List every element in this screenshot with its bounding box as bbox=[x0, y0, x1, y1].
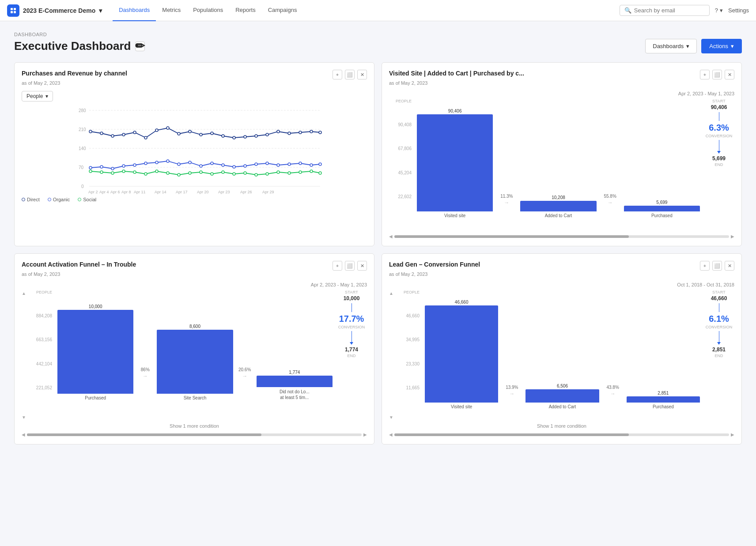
svg-point-78 bbox=[310, 170, 313, 173]
bar3-label: Purchased bbox=[651, 213, 673, 218]
svg-point-59 bbox=[100, 171, 103, 173]
edit-icon[interactable]: ✏ bbox=[135, 41, 145, 51]
card3-title: Account Activation Funnel – In Trouble bbox=[22, 261, 136, 268]
page-actions: Dashboards ▾ Actions ▾ bbox=[645, 39, 742, 53]
card3-add-icon[interactable]: + bbox=[333, 261, 342, 271]
nav-link-metrics[interactable]: Metrics bbox=[156, 0, 187, 21]
chart-legend: Direct Organic Social bbox=[22, 197, 367, 202]
nav-link-dashboards[interactable]: Dashboards bbox=[113, 0, 156, 21]
card2-add-icon[interactable]: + bbox=[700, 70, 710, 79]
card4-save-icon[interactable]: ⬜ bbox=[712, 261, 722, 271]
svg-point-52 bbox=[266, 162, 268, 165]
bar2-label: Added to Cart bbox=[545, 213, 572, 218]
card1-save-icon[interactable]: ⬜ bbox=[345, 70, 355, 79]
card-lead-gen: Lead Gen – Conversion Funnel + ⬜ ✕ as of… bbox=[382, 253, 742, 444]
svg-point-44 bbox=[178, 163, 180, 166]
svg-point-56 bbox=[310, 164, 313, 166]
svg-point-29 bbox=[255, 135, 257, 137]
svg-point-45 bbox=[189, 161, 191, 164]
brand-icon bbox=[7, 4, 19, 17]
card2-save-icon[interactable]: ⬜ bbox=[712, 70, 722, 79]
card2-delete-icon[interactable]: ✕ bbox=[725, 70, 734, 79]
svg-point-36 bbox=[89, 166, 92, 169]
settings-button[interactable]: Settings bbox=[728, 7, 749, 14]
topnav: 2023 E-Commerce Demo ▾ Dashboards Metric… bbox=[0, 0, 756, 21]
svg-text:140: 140 bbox=[79, 146, 86, 151]
svg-point-51 bbox=[255, 163, 257, 166]
card2-header: Visited Site | Added to Cart | Purchased… bbox=[389, 70, 734, 79]
card3-delete-icon[interactable]: ✕ bbox=[357, 261, 367, 271]
svg-point-41 bbox=[144, 162, 147, 165]
svg-point-33 bbox=[299, 131, 302, 134]
dashboards-button[interactable]: Dashboards ▾ bbox=[645, 39, 697, 53]
nav-link-populations[interactable]: Populations bbox=[187, 0, 229, 21]
legend-direct: Direct bbox=[22, 197, 40, 202]
card3-save-icon[interactable]: ⬜ bbox=[345, 261, 355, 271]
svg-point-34 bbox=[310, 130, 313, 133]
card4-title: Lead Gen – Conversion Funnel bbox=[389, 261, 480, 268]
card3-icons: + ⬜ ✕ bbox=[333, 261, 367, 271]
svg-point-53 bbox=[277, 164, 280, 166]
svg-point-22 bbox=[178, 132, 180, 135]
card4-date: as of May 2, 2023 bbox=[389, 271, 734, 277]
card1-delete-icon[interactable]: ✕ bbox=[357, 70, 367, 79]
nav-link-reports[interactable]: Reports bbox=[229, 0, 262, 21]
bar3-val: 5,699 bbox=[656, 200, 667, 205]
svg-rect-1 bbox=[14, 8, 16, 10]
card1-date: as of May 2, 2023 bbox=[22, 80, 367, 86]
search-box[interactable]: 🔍 bbox=[620, 5, 710, 16]
bar1 bbox=[417, 114, 493, 211]
nav-links: Dashboards Metrics Populations Reports C… bbox=[113, 0, 303, 21]
svg-text:Apr 6: Apr 6 bbox=[110, 190, 120, 194]
page-label: DASHBOARD bbox=[14, 32, 742, 37]
svg-point-21 bbox=[166, 127, 169, 129]
card3-date-range: Apr 2, 2023 - May 1, 2023 bbox=[22, 282, 367, 287]
legend-dot-organic bbox=[48, 198, 51, 201]
card-account-activation: Account Activation Funnel – In Trouble +… bbox=[14, 253, 374, 444]
card3-scrollbar: ◀ ▶ bbox=[22, 432, 367, 437]
card4-add-icon[interactable]: + bbox=[700, 261, 710, 271]
svg-point-58 bbox=[89, 170, 92, 173]
legend-dot-direct bbox=[22, 198, 25, 201]
nav-link-campaigns[interactable]: Campaigns bbox=[262, 0, 303, 21]
svg-point-70 bbox=[222, 171, 224, 173]
line-chart-svg: 280 210 140 70 0 bbox=[22, 106, 367, 194]
bar1-val: 90,406 bbox=[448, 109, 462, 113]
help-button[interactable]: ? ▾ bbox=[715, 7, 723, 14]
svg-point-73 bbox=[255, 173, 257, 176]
search-input[interactable] bbox=[634, 7, 705, 14]
svg-point-39 bbox=[122, 165, 125, 167]
svg-text:Apr 29: Apr 29 bbox=[262, 190, 274, 194]
svg-point-28 bbox=[244, 136, 246, 138]
card4-date-range: Oct 1, 2018 - Oct 31, 2018 bbox=[389, 282, 734, 287]
svg-point-50 bbox=[244, 165, 246, 167]
svg-text:Apr 2: Apr 2 bbox=[88, 190, 98, 194]
svg-point-17 bbox=[122, 133, 125, 136]
svg-text:0: 0 bbox=[81, 184, 84, 189]
svg-point-62 bbox=[133, 171, 136, 173]
svg-point-66 bbox=[178, 173, 180, 176]
card3-show-more[interactable]: Show 1 more condition bbox=[22, 423, 367, 429]
svg-point-38 bbox=[111, 167, 114, 170]
people-dropdown[interactable]: People ▾ bbox=[22, 91, 53, 102]
card1-add-icon[interactable]: + bbox=[333, 70, 342, 79]
card1-title: Purchases and Revenue by channel bbox=[22, 70, 127, 77]
card4-header: Lead Gen – Conversion Funnel + ⬜ ✕ bbox=[389, 261, 734, 271]
svg-text:Apr 17: Apr 17 bbox=[176, 190, 188, 194]
svg-point-79 bbox=[319, 172, 321, 174]
svg-point-69 bbox=[211, 173, 213, 175]
card2-title: Visited Site | Added to Cart | Purchased… bbox=[389, 70, 524, 77]
brand-logo[interactable]: 2023 E-Commerce Demo ▾ bbox=[7, 4, 102, 17]
svg-point-15 bbox=[100, 132, 103, 135]
actions-button[interactable]: Actions ▾ bbox=[701, 39, 742, 53]
svg-text:Apr 11: Apr 11 bbox=[134, 190, 146, 194]
nav-right: 🔍 ? ▾ Settings bbox=[620, 5, 749, 16]
card1-icons: + ⬜ ✕ bbox=[333, 70, 367, 79]
svg-point-42 bbox=[155, 161, 158, 164]
card4-delete-icon[interactable]: ✕ bbox=[725, 261, 734, 271]
svg-point-25 bbox=[211, 132, 213, 135]
card4-show-more[interactable]: Show 1 more condition bbox=[389, 423, 734, 429]
svg-rect-2 bbox=[11, 11, 13, 13]
svg-point-35 bbox=[319, 131, 321, 134]
svg-point-68 bbox=[200, 171, 202, 173]
